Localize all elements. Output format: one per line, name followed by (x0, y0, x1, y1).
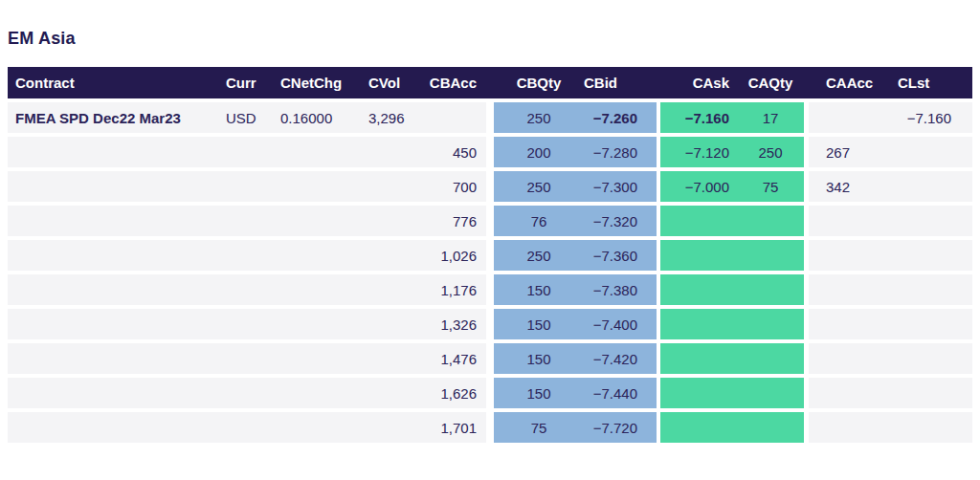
ask-segment[interactable] (660, 206, 804, 236)
ask-qty-cell[interactable] (737, 343, 804, 374)
bid-price-cell[interactable]: −7.300 (584, 171, 657, 202)
ask-price-cell[interactable] (660, 343, 737, 374)
row-info-segment: 1,701 (8, 412, 486, 443)
row-spacer (486, 412, 494, 443)
bid-segment[interactable]: 150 −7.420 (494, 343, 657, 374)
bid-qty-cell[interactable]: 76 (494, 206, 584, 236)
ask-qty-cell[interactable] (737, 206, 804, 236)
currency-cell (222, 412, 276, 443)
column-header-caacc: CAAcc (809, 67, 890, 98)
bid-segment[interactable]: 250 −7.260 (494, 102, 657, 133)
bid-qty-cell[interactable]: 150 (494, 274, 584, 305)
volume-cell (364, 343, 429, 374)
ask-segment[interactable] (660, 378, 804, 408)
row-info-segment: 776 (8, 206, 486, 236)
ask-price-cell[interactable] (660, 274, 737, 305)
depth-table: Contract Curr CNetChg CVol CBAcc CBQty C… (8, 67, 972, 447)
bid-price-cell[interactable]: −7.400 (584, 309, 657, 339)
ask-price-cell[interactable]: −7.160 (660, 102, 737, 133)
row-spacer (486, 274, 494, 305)
ask-segment[interactable]: −7.000 75 (660, 171, 804, 202)
bid-price-cell[interactable]: −7.360 (584, 240, 657, 271)
row-spacer (486, 240, 494, 271)
ask-segment[interactable]: −7.120 250 (660, 137, 804, 167)
header-spacer (486, 67, 494, 98)
ask-qty-cell[interactable] (737, 378, 804, 408)
row-info-segment: 1,176 (8, 274, 486, 305)
ask-qty-cell[interactable]: 17 (737, 102, 804, 133)
ask-segment[interactable] (660, 240, 804, 271)
net-change-cell (276, 378, 364, 408)
row-right-segment (809, 206, 972, 236)
column-header-cvol: CVol (364, 67, 429, 98)
bid-qty-cell[interactable]: 200 (494, 137, 584, 167)
ask-qty-cell[interactable] (737, 240, 804, 271)
bid-segment[interactable]: 150 −7.400 (494, 309, 657, 339)
net-change-cell (276, 137, 364, 167)
ask-price-cell[interactable]: −7.000 (660, 171, 737, 202)
ask-segment[interactable] (660, 274, 804, 305)
ask-accum-cell (809, 206, 890, 236)
bid-qty-cell[interactable]: 150 (494, 343, 584, 374)
bid-qty-cell[interactable]: 150 (494, 309, 584, 339)
last-price-cell (890, 171, 972, 202)
bid-accum-cell: 1,326 (429, 309, 486, 339)
bid-price-cell[interactable]: −7.440 (584, 378, 657, 408)
row-spacer (486, 102, 494, 133)
ask-price-cell[interactable]: −7.120 (660, 137, 737, 167)
net-change-cell (276, 240, 364, 271)
bid-qty-cell[interactable]: 250 (494, 102, 584, 133)
currency-cell (222, 240, 276, 271)
bid-qty-cell[interactable]: 250 (494, 240, 584, 271)
currency-cell (222, 171, 276, 202)
bid-segment[interactable]: 150 −7.440 (494, 378, 657, 408)
ask-price-cell[interactable] (660, 206, 737, 236)
bid-price-cell[interactable]: −7.380 (584, 274, 657, 305)
net-change-cell (276, 206, 364, 236)
row-right-segment: 267 (809, 137, 972, 167)
currency-cell (222, 378, 276, 408)
bid-qty-cell[interactable]: 250 (494, 171, 584, 202)
contract-cell (8, 343, 222, 374)
ask-price-cell[interactable] (660, 240, 737, 271)
ask-qty-cell[interactable] (737, 412, 804, 443)
volume-cell (364, 137, 429, 167)
ask-qty-cell[interactable]: 75 (737, 171, 804, 202)
bid-segment[interactable]: 200 −7.280 (494, 137, 657, 167)
bid-segment[interactable]: 150 −7.380 (494, 274, 657, 305)
ask-price-cell[interactable] (660, 309, 737, 339)
bid-price-cell[interactable]: −7.320 (584, 206, 657, 236)
ask-price-cell[interactable] (660, 378, 737, 408)
contract-cell (8, 309, 222, 339)
bid-accum-cell: 1,626 (429, 378, 486, 408)
bid-price-cell[interactable]: −7.260 (584, 102, 657, 133)
bid-qty-cell[interactable]: 150 (494, 378, 584, 408)
ask-segment[interactable] (660, 343, 804, 374)
ask-qty-cell[interactable] (737, 309, 804, 339)
last-price-cell (890, 240, 972, 271)
ask-price-cell[interactable] (660, 412, 737, 443)
row-spacer (486, 343, 494, 374)
table-header-row: Contract Curr CNetChg CVol CBAcc CBQty C… (8, 67, 972, 98)
column-header-cnetchg: CNetChg (276, 67, 364, 98)
table-body: FMEA SPD Dec22 Mar23 USD 0.16000 3,296 2… (8, 102, 972, 443)
table-row: 1,626 150 −7.440 (8, 378, 972, 408)
contract-cell (8, 240, 222, 271)
ask-segment[interactable]: −7.160 17 (660, 102, 804, 133)
bid-segment[interactable]: 76 −7.320 (494, 206, 657, 236)
volume-cell (364, 378, 429, 408)
ask-segment[interactable] (660, 412, 804, 443)
bid-price-cell[interactable]: −7.420 (584, 343, 657, 374)
ask-qty-cell[interactable]: 250 (737, 137, 804, 167)
bid-price-cell[interactable]: −7.280 (584, 137, 657, 167)
bid-segment[interactable]: 75 −7.720 (494, 412, 657, 443)
bid-segment[interactable]: 250 −7.360 (494, 240, 657, 271)
ask-qty-cell[interactable] (737, 274, 804, 305)
bid-segment[interactable]: 250 −7.300 (494, 171, 657, 202)
row-right-segment: 342 (809, 171, 972, 202)
bid-qty-cell[interactable]: 75 (494, 412, 584, 443)
row-info-segment: 450 (8, 137, 486, 167)
contract-cell (8, 274, 222, 305)
ask-segment[interactable] (660, 309, 804, 339)
bid-price-cell[interactable]: −7.720 (584, 412, 657, 443)
